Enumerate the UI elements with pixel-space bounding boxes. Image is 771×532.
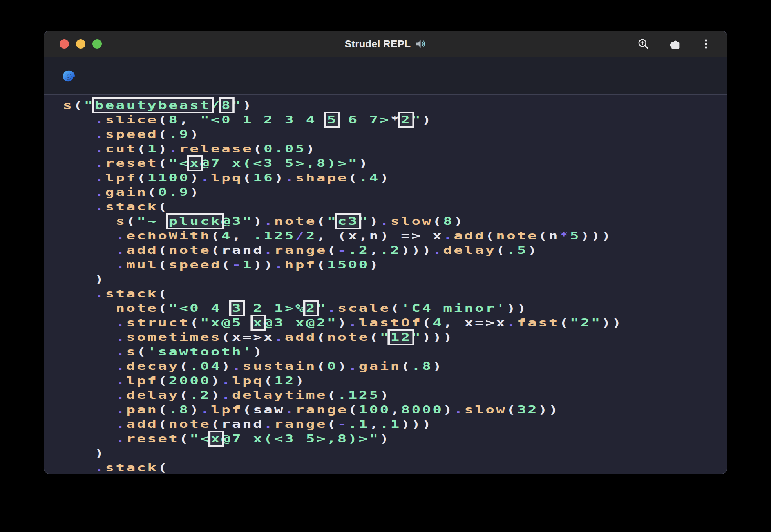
code-token: delay <box>126 389 179 401</box>
code-token: struct <box>126 317 190 329</box>
code-token: 5 <box>570 230 581 242</box>
code-token: ) <box>211 375 221 387</box>
code-token: . <box>274 259 285 271</box>
code-token: 0 <box>327 360 338 372</box>
code-token: - <box>338 244 348 256</box>
code-token: . <box>285 404 295 416</box>
code-token: add <box>285 331 317 343</box>
code-token: gain <box>105 186 147 198</box>
code-editor[interactable]: s("beautybeast/8") .slice(8, "<0 1 2 3 4… <box>44 95 727 474</box>
code-token: ))) <box>401 244 433 256</box>
code-line: .lpf(2000).lpq(12) <box>63 373 727 388</box>
code-token: , <box>232 230 253 242</box>
code-token: reset <box>126 432 179 445</box>
code-token: ( <box>158 201 168 213</box>
code-token: ) <box>63 447 105 459</box>
code-token: ( <box>317 259 327 271</box>
strudel-spiral-logo[interactable] <box>57 64 80 87</box>
code-token: . <box>94 157 105 169</box>
code-token: ( <box>317 215 327 227</box>
zoom-button[interactable] <box>92 39 102 49</box>
code-line: .gain(0.9) <box>63 185 727 199</box>
code-line: .add(note(rand.range(-.1,.1))) <box>63 417 727 431</box>
close-button[interactable] <box>60 39 69 49</box>
code-token: . <box>264 215 274 227</box>
extensions-puzzle-icon[interactable] <box>667 36 682 51</box>
minimize-button[interactable] <box>76 39 85 49</box>
code-token <box>63 418 116 430</box>
code-token: ( <box>253 143 264 155</box>
code-line: .decay(.04).sustain(0).gain(.8) <box>63 359 727 373</box>
code-token: ( <box>317 360 327 372</box>
code-token <box>63 230 116 242</box>
active-event-highlight: 2 <box>306 302 317 314</box>
code-token: ( <box>485 230 496 242</box>
active-event-highlight: 12 <box>390 331 411 343</box>
code-token: note <box>274 215 317 227</box>
code-token: s <box>63 99 74 111</box>
code-token: note <box>116 302 158 314</box>
code-token: ( <box>179 360 190 372</box>
code-line: .add(note(rand.range(-.2,.2))).delay(.5) <box>63 243 727 257</box>
kebab-menu-icon[interactable] <box>699 36 713 51</box>
code-token: cut <box>105 143 137 155</box>
code-token: 2 1>% <box>243 302 306 314</box>
code-token: . <box>433 244 443 256</box>
code-token: "< <box>190 432 211 445</box>
code-token: ( <box>158 302 168 314</box>
code-token <box>63 461 95 474</box>
code-token: @3 x@2" <box>264 317 338 329</box>
code-token: " <box>380 331 390 343</box>
code-token: ) <box>190 186 200 198</box>
code-token: stack <box>105 201 158 213</box>
code-token: 0.05 <box>264 143 306 155</box>
code-token: 8 <box>168 114 179 126</box>
code-token: ) <box>369 215 380 227</box>
code-token: ) <box>380 432 390 445</box>
code-token: 2 <box>306 230 317 242</box>
code-line: .slice(8, "<0 1 2 3 4 5 6 7>*2") <box>63 112 727 127</box>
code-token: sometimes <box>126 331 221 343</box>
code-token: . <box>221 389 232 401</box>
code-token: ( <box>348 404 359 416</box>
code-token: ) <box>338 317 348 329</box>
code-token: 6 7> <box>338 114 391 126</box>
code-token: . <box>94 186 105 198</box>
active-event-highlight: 8 <box>221 99 232 111</box>
code-token: ( <box>158 157 168 169</box>
code-token: , x=>x <box>443 317 507 329</box>
code-token: (rand <box>211 418 264 430</box>
code-token: add <box>126 418 158 430</box>
code-token: / <box>295 230 306 242</box>
code-token: ) <box>190 404 200 416</box>
code-token: speed <box>105 128 158 140</box>
code-token: "~ <box>137 215 168 227</box>
code-token: range <box>295 404 348 416</box>
code-token <box>63 186 95 198</box>
code-token: ( <box>158 259 168 271</box>
code-token: slice <box>105 114 158 126</box>
code-line: s("~ pluck@3").note("c3").slow(8) <box>63 214 727 228</box>
code-token <box>63 259 116 271</box>
zoom-in-icon[interactable] <box>636 36 651 51</box>
code-token: 16 <box>253 172 274 184</box>
code-token: . <box>380 215 391 227</box>
code-token: . <box>94 172 105 184</box>
code-token: lpf <box>126 375 158 387</box>
code-token: ( <box>158 114 168 126</box>
code-token: , (x,n) => x <box>317 230 443 242</box>
code-token: 'sawtooth' <box>147 346 253 358</box>
code-line: .pan(.8).lpf(saw.range(100,8000).slow(32… <box>63 402 727 417</box>
code-token: , <box>369 244 380 256</box>
code-token: 100 <box>359 404 391 416</box>
code-token: ) <box>369 259 380 271</box>
active-event-highlight: x <box>211 432 221 445</box>
code-token <box>63 201 95 213</box>
code-token: .04 <box>190 360 221 372</box>
code-token: " <box>232 99 243 111</box>
code-token: delay <box>443 244 496 256</box>
code-token: ( <box>137 346 147 358</box>
code-token: . <box>264 244 274 256</box>
code-token: "<0 4 <box>168 302 232 314</box>
code-line: .cut(1).release(0.05) <box>63 141 727 156</box>
